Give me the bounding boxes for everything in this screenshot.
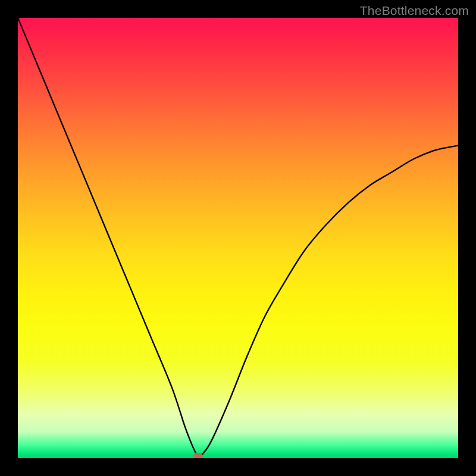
- minimum-marker: [194, 453, 203, 458]
- bottleneck-curve: [18, 18, 458, 458]
- chart-frame: TheBottleneck.com: [0, 0, 476, 476]
- watermark-text: TheBottleneck.com: [360, 4, 469, 18]
- plot-area: [18, 18, 458, 458]
